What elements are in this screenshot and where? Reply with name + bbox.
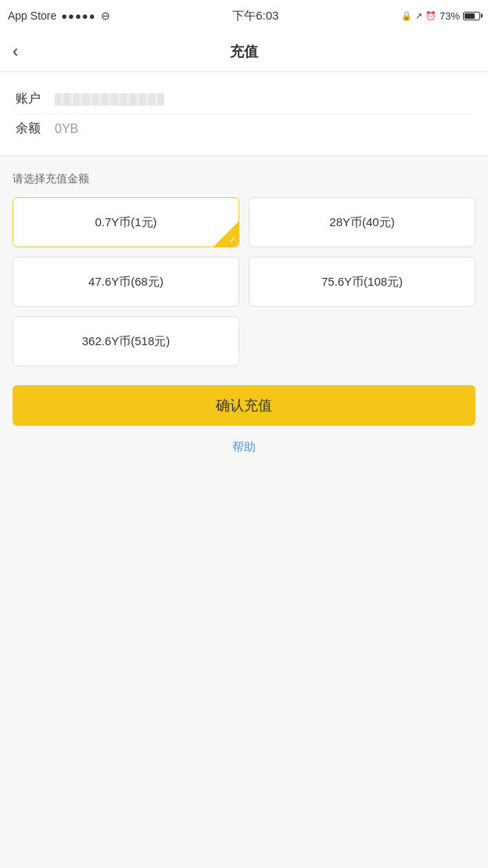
confirm-button[interactable]: 确认充值 bbox=[13, 385, 475, 426]
amount-option-1[interactable]: 0.7Y币(1元) ✓ bbox=[13, 197, 239, 247]
status-left: App Store ●●●●● ⊖ bbox=[8, 9, 110, 22]
signal-icon: ●●●●● bbox=[61, 10, 95, 22]
account-section: 账户 余额 0YB bbox=[0, 72, 488, 157]
status-right: 🔒 ↗ ⏰ 73% bbox=[401, 10, 480, 22]
lock-icon: 🔒 bbox=[401, 11, 412, 21]
back-button[interactable]: ‹ bbox=[13, 43, 18, 60]
page-title: 充值 bbox=[230, 42, 258, 61]
main-content: 请选择充值金额 0.7Y币(1元) ✓ 28Y币(40元) 47.6Y币(68元… bbox=[0, 157, 488, 470]
amount-label-3: 47.6Y币(68元) bbox=[88, 275, 163, 290]
amount-label-2: 28Y币(40元) bbox=[329, 215, 394, 230]
app-store-label: App Store bbox=[8, 9, 56, 22]
help-link[interactable]: 帮助 bbox=[13, 440, 475, 455]
balance-row: 余额 0YB bbox=[16, 114, 472, 143]
amount-option-2[interactable]: 28Y币(40元) bbox=[249, 197, 475, 247]
amount-label-1: 0.7Y币(1元) bbox=[95, 215, 156, 230]
check-icon-1: ✓ bbox=[229, 236, 236, 244]
alarm-icon: ⏰ bbox=[425, 11, 436, 21]
account-value-blurred bbox=[55, 93, 164, 106]
amount-grid: 0.7Y币(1元) ✓ 28Y币(40元) 47.6Y币(68元) 75.6Y币… bbox=[13, 197, 475, 366]
battery-fill bbox=[465, 13, 475, 19]
battery-percent: 73% bbox=[440, 10, 460, 22]
status-time: 下午6:03 bbox=[232, 9, 278, 23]
balance-label: 余额 bbox=[16, 121, 55, 137]
battery-icon bbox=[463, 12, 480, 20]
balance-value: 0YB bbox=[55, 122, 472, 136]
amount-option-5[interactable]: 362.6Y币(518元) bbox=[13, 316, 239, 366]
amount-option-3[interactable]: 47.6Y币(68元) bbox=[13, 257, 239, 307]
nav-bar: ‹ 充值 bbox=[0, 31, 488, 72]
wifi-icon: ⊖ bbox=[101, 9, 110, 22]
amount-label-5: 362.6Y币(518元) bbox=[82, 334, 170, 349]
amount-option-4[interactable]: 75.6Y币(108元) bbox=[249, 257, 475, 307]
account-label: 账户 bbox=[16, 91, 55, 107]
account-row: 账户 bbox=[16, 85, 472, 114]
location-icon: ↗ bbox=[415, 11, 422, 21]
amount-label-4: 75.6Y币(108元) bbox=[321, 275, 403, 290]
section-label: 请选择充值金额 bbox=[13, 172, 475, 186]
status-bar: App Store ●●●●● ⊖ 下午6:03 🔒 ↗ ⏰ 73% bbox=[0, 0, 488, 31]
